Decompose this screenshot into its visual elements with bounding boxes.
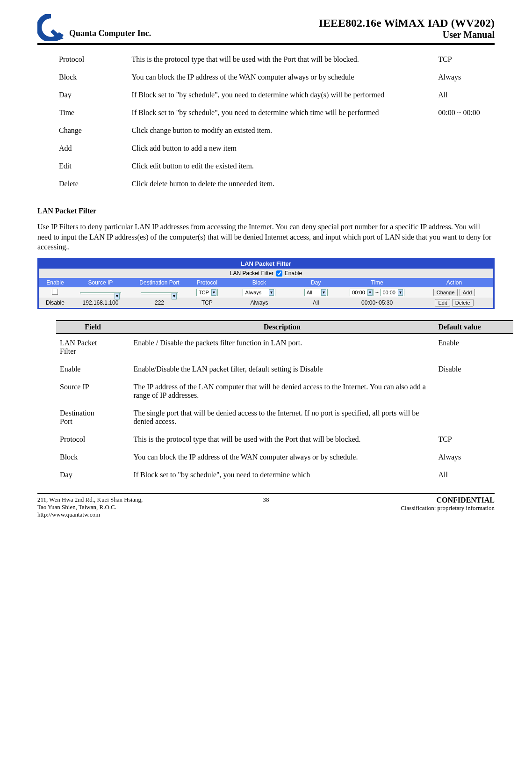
footer-addr2: Tao Yuan Shien, Taiwan, R.O.C. (37, 503, 243, 511)
cell-desc: This is the protocol type that will be u… (129, 51, 436, 68)
panel-subheader: LAN Packet Filter Enable (39, 269, 493, 278)
change-button[interactable]: Change (433, 289, 458, 296)
delete-button[interactable]: Delete (452, 299, 474, 306)
col-destport: Destination Port (130, 278, 189, 287)
document-title-block: IEEE802.16e WiMAX IAD (WV202) User Manua… (151, 17, 495, 41)
cell-default: TCP (434, 430, 513, 448)
cell-field: Day (56, 86, 129, 104)
cell-source: 192.168.1.100 (71, 298, 130, 308)
cell-desc: Click change button to modify an existed… (129, 122, 436, 139)
cell-desc: Enable / Disable the packets filter func… (129, 334, 434, 360)
cell-field: DestinationPort (56, 404, 129, 430)
table-row: DayIf Block set to "by schedule", you ne… (56, 466, 513, 484)
cell-default (434, 404, 513, 430)
cell-field: Source IP (56, 378, 129, 404)
time-from-select[interactable]: 00:00 (350, 289, 374, 296)
cell-field: Protocol (56, 430, 129, 448)
cell-field: Edit (56, 157, 129, 175)
th-desc: Description (129, 321, 434, 334)
cell-default (435, 139, 513, 157)
filter-grid: Enable Source IP Destination Port Protoc… (39, 278, 493, 308)
col-day: Day (293, 278, 338, 287)
panel-sub-enable-text: Enable (285, 270, 302, 277)
table-row: TimeIf Block set to "by schedule", you n… (56, 104, 513, 122)
dest-port-input[interactable] (141, 292, 178, 294)
cell-field: Change (56, 122, 129, 139)
cell-default (434, 378, 513, 404)
footer-right: CONFIDENTIAL Classification: proprietary… (289, 496, 495, 518)
table-row: EnableEnable/Disable the LAN packet filt… (56, 360, 513, 378)
panel-sub-label: LAN Packet Filter (230, 270, 273, 277)
cell-desc: If Block set to "by schedule", you need … (129, 86, 436, 104)
cell-desc: You can block the IP address of the WAN … (129, 448, 434, 466)
lan-filter-enable-checkbox[interactable] (276, 270, 282, 277)
grid-header-row: Enable Source IP Destination Port Protoc… (39, 278, 493, 287)
col-action: Action (416, 278, 493, 287)
time-to-select[interactable]: 00:00 (380, 289, 404, 296)
cell-desc: Enable/Disable the LAN packet filter, de… (129, 360, 434, 378)
enable-checkbox[interactable] (52, 289, 58, 295)
footer-addr3: http://www.quantatw.com (37, 511, 243, 518)
document-title-line2: User Manual (151, 29, 495, 40)
col-block: Block (225, 278, 294, 287)
table-row: ProtocolThis is the protocol type that w… (56, 51, 513, 68)
cell-default: All (435, 86, 513, 104)
table-row: EditClick edit button to edit the existe… (56, 157, 513, 175)
cell-field: LAN PacketFilter (56, 334, 129, 360)
footer-rule (37, 493, 495, 494)
field-description-table: Field Description Default value LAN Pack… (56, 320, 513, 484)
cell-field: Delete (56, 175, 129, 193)
cell-desc: The IP address of the LAN computer that … (129, 378, 434, 404)
cell-field: Add (56, 139, 129, 157)
section-heading: LAN Packet Filter (37, 207, 495, 215)
table-row: ProtocolThis is the protocol type that w… (56, 430, 513, 448)
grid-static-row: Disable 192.168.1.100 222 TCP Always All… (39, 298, 493, 308)
cell-time: 00:00~05:30 (338, 298, 416, 308)
page-header: Quanta Computer Inc. IEEE802.16e WiMAX I… (37, 14, 495, 45)
lan-packet-filter-panel: LAN Packet Filter LAN Packet Filter Enab… (37, 258, 495, 309)
col-enable: Enable (39, 278, 71, 287)
cell-default: TCP (435, 51, 513, 68)
source-ip-input[interactable] (80, 292, 121, 294)
company-name: Quanta Computer Inc. (69, 29, 151, 41)
grid-edit-row: TCP Always All 00:00 ~ 00:00 Change Add (39, 287, 493, 298)
table-row: Source IPThe IP address of the LAN compu… (56, 378, 513, 404)
table-row: LAN PacketFilterEnable / Disable the pac… (56, 334, 513, 360)
cell-field: Time (56, 104, 129, 122)
page-footer: 211, Wen Hwa 2nd Rd., Kuei Shan Hsiang, … (37, 496, 495, 518)
block-select[interactable]: Always (243, 289, 275, 296)
cell-desc: You can block the IP address of the WAN … (129, 68, 436, 86)
table-header-row: Field Description Default value (56, 321, 513, 334)
cell-default (435, 122, 513, 139)
day-select[interactable]: All (304, 289, 328, 296)
confidential-label: CONFIDENTIAL (289, 496, 495, 504)
cell-desc: The single port that will be denied acce… (129, 404, 434, 430)
cell-desc: Click delete button to delete the unneed… (129, 175, 436, 193)
protocol-select[interactable]: TCP (196, 289, 218, 296)
col-time: Time (338, 278, 416, 287)
cell-default (435, 175, 513, 193)
cell-desc: Click edit button to edit the existed it… (129, 157, 436, 175)
cell-day: All (293, 298, 338, 308)
panel-title: LAN Packet Filter (39, 259, 493, 269)
cell-default: Disable (434, 360, 513, 378)
cell-default: All (434, 466, 513, 484)
cell-protocol: TCP (189, 298, 225, 308)
table-row: DayIf Block set to "by schedule", you ne… (56, 86, 513, 104)
add-button[interactable]: Add (460, 289, 475, 296)
cell-field: Enable (56, 360, 129, 378)
table-row: DestinationPortThe single port that will… (56, 404, 513, 430)
cell-default: Always (434, 448, 513, 466)
cell-field: Protocol (56, 51, 129, 68)
company-logo (37, 14, 65, 41)
cell-field: Block (56, 448, 129, 466)
table-row: BlockYou can block the IP address of the… (56, 448, 513, 466)
table-row: AddClick add button to add a new item (56, 139, 513, 157)
cell-default: Always (435, 68, 513, 86)
cell-field: Block (56, 68, 129, 86)
table-row: BlockYou can block the IP address of the… (56, 68, 513, 86)
edit-button[interactable]: Edit (435, 299, 450, 306)
table-row: DeleteClick delete button to delete the … (56, 175, 513, 193)
col-protocol: Protocol (189, 278, 225, 287)
footer-addr1: 211, Wen Hwa 2nd Rd., Kuei Shan Hsiang, (37, 496, 243, 503)
